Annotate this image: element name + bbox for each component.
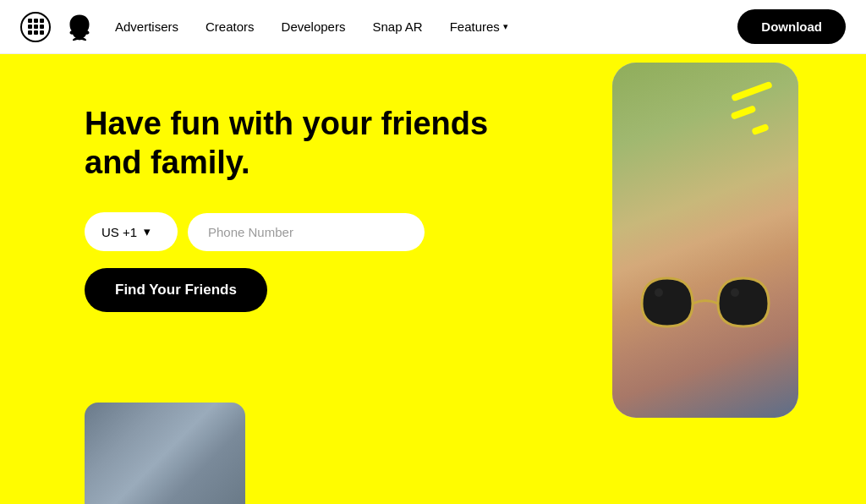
nav-link-creators[interactable]: Creators [206,19,255,34]
download-button[interactable]: Download [737,9,846,44]
nav-link-snap-ar[interactable]: Snap AR [372,19,422,34]
ar-decoration-line-3 [751,123,770,135]
grid-dots [28,19,44,35]
svg-point-1 [731,288,739,297]
svg-point-0 [655,288,663,297]
thumbnail-image [85,403,245,504]
grid-dot [40,25,44,29]
grid-dot [28,25,32,29]
hero-content: Have fun with your friends and family. U… [85,105,524,312]
grid-dot [40,30,44,35]
grid-dot [28,30,32,35]
ar-decoration-line-2 [731,105,757,120]
navbar: Advertisers Creators Developers Snap AR … [0,0,866,54]
phone-number-input[interactable] [188,213,425,251]
ar-sunglasses-overlay [638,274,773,333]
nav-link-features[interactable]: Features ▾ [450,19,508,34]
phone-screen [612,63,798,418]
features-label: Features [450,19,500,34]
grid-menu-icon[interactable] [20,12,51,42]
phone-mockup-container [612,63,798,418]
grid-dot [34,30,38,35]
hero-section: Have fun with your friends and family. U… [0,54,866,504]
country-code-label: US +1 [101,225,137,239]
chevron-down-icon: ▾ [503,21,508,32]
grid-dot [34,25,38,29]
chevron-down-icon: ▾ [144,224,151,239]
nav-links: Advertisers Creators Developers Snap AR … [115,19,508,34]
ar-decoration-line-1 [731,81,773,102]
country-code-selector[interactable]: US +1 ▾ [85,212,178,251]
phone-mockup [612,63,798,418]
nav-link-advertisers[interactable]: Advertisers [115,19,178,34]
bottom-thumbnail [85,403,245,504]
navbar-right: Download [737,9,846,44]
grid-dot [28,19,32,23]
find-friends-button[interactable]: Find Your Friends [85,268,267,312]
sunglasses-svg [638,274,773,333]
nav-link-developers[interactable]: Developers [282,19,346,34]
grid-dot [34,19,38,23]
navbar-left [20,12,95,42]
phone-form: US +1 ▾ [85,212,524,251]
grid-dot [40,19,44,23]
snapchat-logo[interactable] [64,12,95,42]
hero-title: Have fun with your friends and family. [85,105,524,182]
